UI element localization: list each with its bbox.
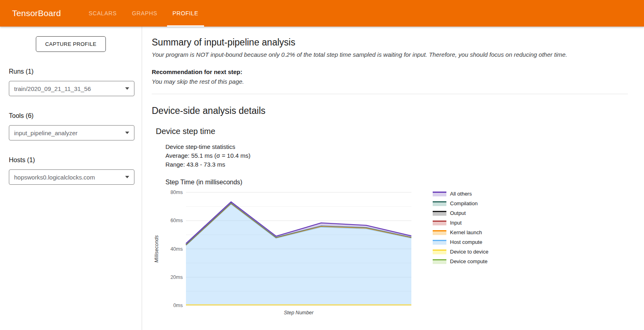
legend-label: Device compute (450, 258, 487, 264)
legend-item-compilation: Compilation (433, 200, 488, 206)
recommendation-body: You may skip the rest of this page. (152, 78, 628, 85)
step-time-chart-area: 0ms20ms40ms60ms80msStep NumberMillisecon… (152, 187, 628, 316)
legend-item-all-others: All others (433, 191, 488, 197)
legend-item-kernel-launch: Kernel launch (433, 229, 488, 235)
svg-text:60ms: 60ms (170, 218, 183, 223)
legend-label: Host compute (450, 239, 482, 245)
svg-text:Step Number: Step Number (284, 310, 314, 316)
step-time-chart: 0ms20ms40ms60ms80msStep NumberMillisecon… (152, 187, 429, 316)
legend-label: Device to device (450, 249, 488, 255)
device-section-title: Device-side analysis details (152, 105, 628, 116)
legend-swatch-icon (433, 210, 446, 216)
device-step-time-title: Device step time (156, 127, 628, 136)
svg-text:40ms: 40ms (170, 246, 183, 252)
recommendation-label: Recommendation for next step: (152, 68, 628, 75)
svg-text:80ms: 80ms (170, 190, 183, 195)
legend-item-input: Input (433, 220, 488, 226)
svg-text:Milliseconds: Milliseconds (154, 235, 159, 262)
legend-swatch-icon (433, 220, 446, 225)
hosts-selected-value: hopsworks0.logicalclocks.com (14, 174, 95, 181)
tools-selected-value: input_pipeline_analyzer (14, 130, 78, 136)
legend-swatch-icon (433, 259, 446, 264)
hosts-label: Hosts (1) (9, 157, 142, 164)
app-title: TensorBoard (12, 8, 61, 18)
runs-label: Runs (1) (9, 68, 142, 75)
device-step-time-stats: Device step-time statistics Average: 55.… (165, 142, 628, 169)
stats-range: Range: 43.8 - 73.3 ms (165, 160, 628, 169)
legend-label: Kernel launch (450, 229, 482, 235)
stats-heading: Device step-time statistics (165, 142, 628, 151)
navbar: TensorBoard SCALARS GRAPHS PROFILE (0, 0, 644, 27)
legend-label: All others (450, 191, 472, 197)
tab-scalars[interactable]: SCALARS (83, 0, 122, 27)
legend-label: Output (450, 210, 466, 216)
chart-title: Step Time (in milliseconds) (165, 179, 628, 186)
legend-swatch-icon (433, 191, 446, 196)
stats-average: Average: 55.1 ms (σ = 10.4 ms) (165, 151, 628, 160)
legend-swatch-icon (433, 239, 446, 245)
svg-text:0ms: 0ms (173, 303, 183, 308)
tab-graphs[interactable]: GRAPHS (126, 0, 163, 27)
legend-swatch-icon (433, 201, 446, 206)
legend-swatch-icon (433, 249, 446, 254)
nav-tabs: SCALARS GRAPHS PROFILE (81, 0, 206, 27)
dropdown-arrow-icon (125, 87, 129, 90)
svg-text:20ms: 20ms (170, 274, 183, 280)
legend-item-output: Output (433, 210, 488, 216)
runs-dropdown[interactable]: train/2020_09_21_11_31_56 (9, 81, 134, 96)
page-title: Summary of input-pipeline analysis (152, 37, 628, 48)
section-divider (152, 94, 628, 94)
summary-note: Your program is NOT input-bound because … (152, 51, 628, 58)
hosts-dropdown[interactable]: hopsworks0.logicalclocks.com (9, 169, 134, 185)
legend-item-device-compute: Device compute (433, 258, 488, 264)
hosts-field: Hosts (1) hopsworks0.logicalclocks.com (9, 157, 142, 185)
runs-selected-value: train/2020_09_21_11_31_56 (14, 85, 91, 92)
tools-label: Tools (6) (9, 112, 142, 120)
legend-item-host-compute: Host compute (433, 239, 488, 245)
sidebar: CAPTURE PROFILE Runs (1) train/2020_09_2… (0, 27, 142, 330)
capture-profile-button[interactable]: CAPTURE PROFILE (36, 36, 105, 52)
runs-field: Runs (1) train/2020_09_21_11_31_56 (9, 68, 142, 96)
legend-label: Compilation (450, 200, 478, 206)
dropdown-arrow-icon (125, 176, 129, 178)
legend-item-device-to-device: Device to device (433, 249, 488, 255)
tools-field: Tools (6) input_pipeline_analyzer (9, 112, 142, 140)
main-content: Summary of input-pipeline analysis Your … (142, 27, 644, 330)
legend-label: Input (450, 220, 462, 226)
dropdown-arrow-icon (125, 132, 129, 134)
tools-dropdown[interactable]: input_pipeline_analyzer (9, 125, 134, 140)
chart-legend: All othersCompilationOutputInputKernel l… (433, 191, 488, 268)
legend-swatch-icon (433, 230, 446, 235)
tab-profile[interactable]: PROFILE (167, 0, 204, 27)
